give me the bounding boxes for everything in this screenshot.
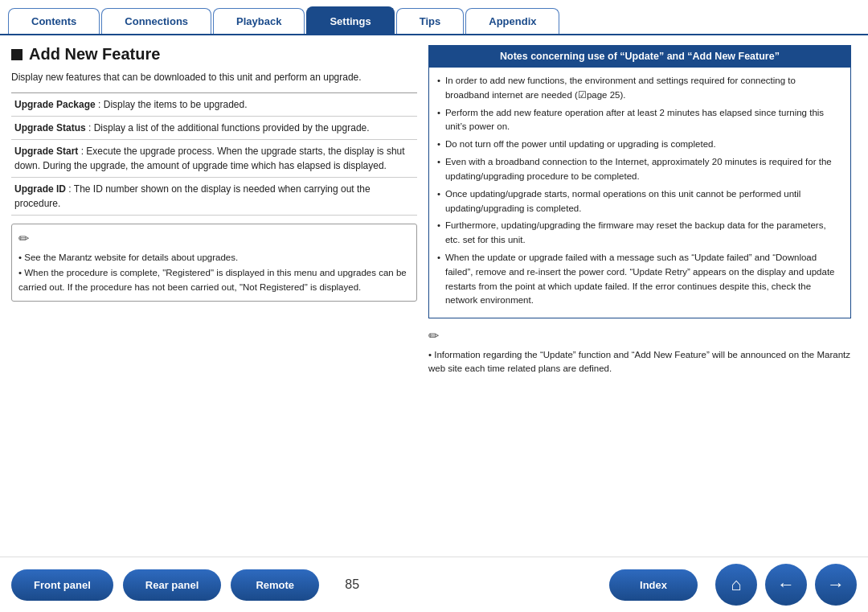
right-note-box: ✏ Information regarding the “Update” fun…: [428, 327, 851, 376]
rear-panel-button[interactable]: Rear panel: [123, 569, 221, 601]
left-note-box: ✏ See the Marantz website for details ab…: [11, 224, 417, 302]
bottom-navigation: Front panel Rear panel Remote 85 Index ⌂…: [0, 557, 868, 612]
upgrade-id-term: Upgrade ID: [14, 183, 66, 195]
right-note-extra-1: Information regarding the “Update” funct…: [428, 348, 851, 376]
remote-button[interactable]: Remote: [231, 569, 319, 601]
page-number: 85: [345, 577, 359, 592]
right-note-1: In order to add new functions, the envir…: [437, 74, 842, 103]
right-note-pencil-icon: ✏: [428, 327, 851, 346]
intro-text: Display new features that can be downloa…: [11, 70, 417, 84]
upgrade-row-start: Upgrade Start : Execute the upgrade proc…: [11, 140, 417, 178]
bottom-right-icons: ⌂ ← →: [715, 564, 857, 606]
main-content: Add New Feature Display new features tha…: [0, 34, 868, 557]
upgrade-row-id: Upgrade ID : The ID number shown on the …: [11, 178, 417, 216]
upgrade-table: Upgrade Package : Display the items to b…: [11, 92, 417, 216]
right-note-7: When the update or upgrade failed with a…: [437, 251, 842, 308]
right-note-5: Once updating/upgrade starts, normal ope…: [437, 187, 842, 216]
right-note-6: Furthermore, updating/upgrading the firm…: [437, 219, 842, 248]
left-note-line-1: See the Marantz website for details abou…: [18, 251, 410, 265]
upgrade-package-term: Upgrade Package: [14, 99, 96, 110]
upgrade-row-status: Upgrade Status : Display a list of the a…: [11, 117, 417, 140]
tab-tips[interactable]: Tips: [396, 8, 465, 34]
notes-content: In order to add new functions, the envir…: [428, 68, 851, 318]
tab-contents[interactable]: Contents: [8, 8, 100, 34]
upgrade-id-desc: : The ID number shown on the display is …: [14, 183, 371, 209]
top-navigation: Contents Connections Playback Settings T…: [0, 0, 868, 34]
right-note-4: Even with a broadband connection to the …: [437, 155, 842, 184]
upgrade-row-package: Upgrade Package : Display the items to b…: [11, 93, 417, 117]
home-button[interactable]: ⌂: [715, 564, 757, 606]
title-square-icon: [11, 49, 23, 60]
tab-settings[interactable]: Settings: [306, 6, 394, 34]
section-title-area: Add New Feature: [11, 45, 417, 64]
back-button[interactable]: ←: [765, 564, 807, 606]
upgrade-package-desc: : Display the items to be upgraded.: [96, 99, 248, 110]
left-note-line-2: When the procedure is complete, "Registe…: [18, 266, 410, 294]
forward-button[interactable]: →: [815, 564, 857, 606]
right-note-3: Do not turn off the power until updating…: [437, 138, 842, 152]
right-note-2: Perform the add new feature operation af…: [437, 106, 842, 135]
tab-connections[interactable]: Connections: [101, 8, 211, 34]
right-column: Notes concerning use of “Update” and “Ad…: [428, 45, 851, 547]
upgrade-status-term: Upgrade Status: [14, 122, 86, 133]
front-panel-button[interactable]: Front panel: [11, 569, 113, 601]
tab-playback[interactable]: Playback: [213, 8, 305, 34]
index-button[interactable]: Index: [609, 569, 698, 601]
page-num-area: 85 Index: [329, 569, 698, 601]
upgrade-status-desc: : Display a list of the additional funct…: [86, 122, 370, 133]
note-pencil-icon: ✏: [18, 229, 410, 248]
upgrade-start-term: Upgrade Start: [14, 146, 78, 157]
tab-appendix[interactable]: Appendix: [465, 8, 559, 34]
notes-header: Notes concerning use of “Update” and “Ad…: [428, 45, 851, 68]
section-title-text: Add New Feature: [29, 45, 160, 64]
left-column: Add New Feature Display new features tha…: [11, 45, 417, 547]
